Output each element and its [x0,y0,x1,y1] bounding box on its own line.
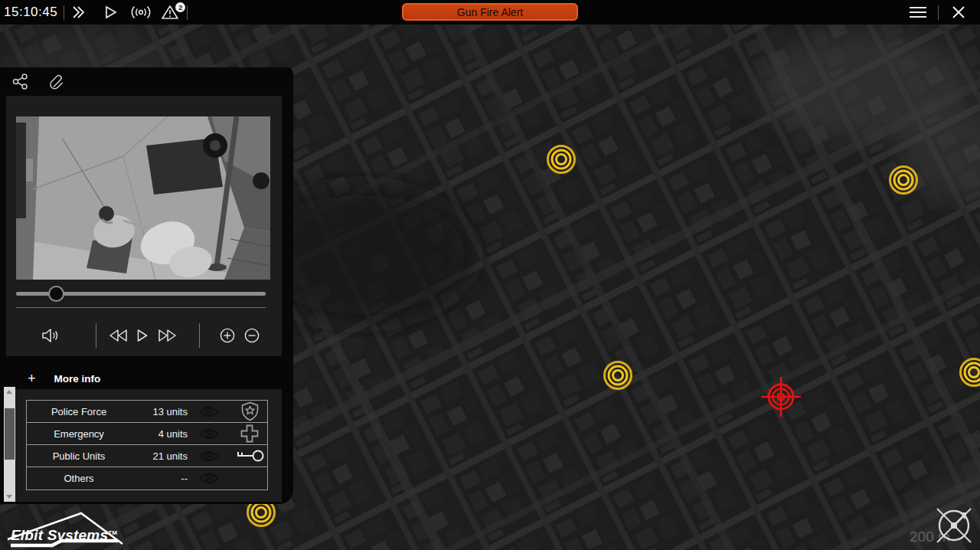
video-controls [6,322,282,349]
key-icon [234,449,265,463]
menu-button[interactable] [903,7,933,18]
gunfire-rings-icon [544,142,578,176]
eye-icon [199,472,219,485]
eye-icon [199,450,219,463]
visibility-toggle[interactable] [188,472,230,485]
expand-panels-button[interactable] [64,0,95,25]
fast-forward-button[interactable] [157,329,177,342]
gunfire-alert-marker[interactable] [887,163,920,200]
visibility-toggle[interactable] [188,427,230,440]
cctv-video-still [16,116,270,280]
gunfire-alert-marker[interactable] [601,358,635,395]
visibility-toggle[interactable] [188,450,230,463]
divider [199,323,200,348]
compass-icon [929,501,978,550]
gunfire-rings-icon [957,355,980,389]
table-row-emergency[interactable]: Emergency 4 units [27,423,267,445]
close-button[interactable] [943,0,974,25]
unit-count: 13 units [131,406,188,417]
compass-control[interactable] [929,501,978,550]
scroll-down-arrow[interactable] [6,495,12,499]
clock: 15:10:45 [0,5,64,20]
double-chevron-icon [70,5,89,19]
emergency-layer-button[interactable] [230,423,269,444]
rewind-icon [109,329,129,342]
cctv-video-frame[interactable] [16,116,270,280]
more-info-label: More info [54,373,101,385]
table-row-others[interactable]: Others -- [27,467,267,489]
speaker-icon [41,328,60,343]
police-layer-button[interactable] [230,401,269,421]
broadcast-icon [130,5,152,19]
selected-target-marker[interactable] [760,375,802,421]
scrollbar-thumb[interactable] [5,408,15,460]
fast-forward-icon [157,329,177,342]
share-icon [12,74,28,90]
attachment-button[interactable] [48,74,65,93]
eye-icon [199,427,219,440]
more-info-toggle[interactable]: + More info [0,368,293,389]
gunfire-rings-icon [601,358,635,392]
video-seek-handle[interactable] [48,286,64,302]
table-row-police[interactable]: Police Force 13 units [27,401,267,423]
shield-star-icon [240,401,260,421]
gunfire-alert-marker[interactable] [544,142,578,179]
share-button[interactable] [12,74,28,93]
divider [938,5,939,20]
unit-label: Others [27,473,131,484]
video-player-card [6,96,282,356]
zoom-in-button[interactable] [220,328,235,343]
public-units-layer-button[interactable] [230,449,269,463]
units-table: Police Force 13 units Em [26,400,268,490]
plus-circle-icon [220,328,235,343]
crosshair-icon [760,375,802,418]
visibility-toggle[interactable] [188,405,230,418]
eye-icon [199,405,219,418]
live-broadcast-button[interactable] [126,0,156,25]
play-icon [137,329,149,342]
medical-cross-icon [239,423,260,444]
paperclip-icon [48,74,65,90]
panel-toolbar [12,74,65,93]
divider [16,307,266,308]
unit-count: -- [131,473,188,484]
close-icon [952,5,965,19]
alerts-warning-button[interactable]: 2 [156,0,187,25]
unit-label: Emergency [27,428,131,440]
divider [187,5,188,20]
zoom-out-button[interactable] [244,328,260,343]
gunfire-alert-marker[interactable] [957,355,980,392]
incident-panel: + More info Police Force 13 units [0,67,293,504]
top-bar: 15:10:45 2 Gun Fire Alert [0,0,980,25]
units-card: Police Force 13 units Em [6,389,282,502]
unit-label: Police Force [27,406,131,417]
gunfire-rings-icon [887,163,920,197]
plus-icon: + [28,371,36,387]
play-button[interactable] [137,329,149,342]
panel-scrollbar[interactable] [4,387,15,502]
minus-circle-icon [244,328,260,343]
unit-count: 21 units [131,450,188,462]
unit-label: Public Units [27,450,131,462]
scroll-up-arrow[interactable] [6,390,12,394]
warning-count-badge: 2 [175,2,185,12]
divider [96,323,96,348]
gun-fire-alert-button[interactable]: Gun Fire Alert [402,3,578,21]
rewind-button[interactable] [109,329,129,342]
unit-count: 4 units [131,428,188,440]
playback-button[interactable] [95,0,126,25]
volume-button[interactable] [41,328,60,343]
table-row-public-units[interactable]: Public Units 21 units [27,445,267,467]
play-icon [104,5,117,19]
